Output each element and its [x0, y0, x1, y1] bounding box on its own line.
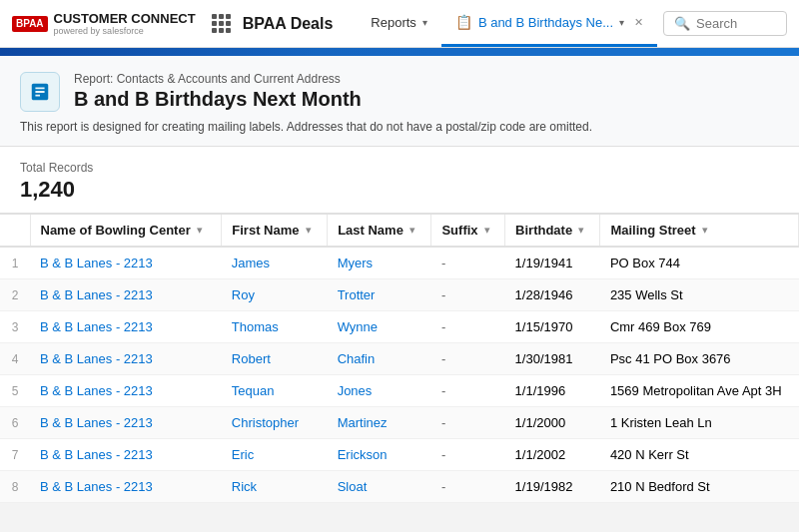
- cell-birthdate: 1/1/1996: [505, 375, 600, 407]
- col-row-num: [0, 214, 30, 247]
- col-last-name-label: Last Name: [338, 223, 403, 238]
- cell-row-num: 6: [0, 407, 30, 439]
- report-header: Report: Contacts & Accounts and Current …: [0, 56, 799, 147]
- col-last-name-filter-btn[interactable]: ▾: [407, 224, 417, 237]
- cell-row-num: 5: [0, 375, 30, 407]
- bowling-center-link[interactable]: B & B Lanes - 2213: [40, 479, 153, 494]
- first-name-link[interactable]: Roy: [232, 287, 255, 302]
- cell-birthdate: 1/28/1946: [505, 279, 600, 311]
- col-first-name-filter-btn[interactable]: ▾: [304, 224, 314, 237]
- first-name-link[interactable]: Christopher: [232, 415, 299, 430]
- cell-mailing-street: PO Box 744: [600, 247, 799, 279]
- cell-bowling-center: B & B Lanes - 2213: [30, 279, 222, 311]
- cell-birthdate: 1/15/1970: [505, 311, 600, 343]
- col-mailing-street-label: Mailing Street: [610, 223, 695, 238]
- col-bowling-center: Name of Bowling Center ▾: [30, 214, 222, 247]
- col-suffix-filter-btn[interactable]: ▾: [482, 224, 492, 237]
- cell-first-name: Rick: [222, 471, 328, 503]
- app-title: BPAA Deals: [243, 15, 334, 33]
- cell-birthdate: 1/19/1982: [505, 471, 600, 503]
- tab-reports-chevron-icon[interactable]: ▾: [422, 17, 427, 28]
- cell-first-name: Eric: [222, 439, 328, 471]
- col-bowling-center-filter-btn[interactable]: ▾: [195, 224, 205, 237]
- bowling-center-link[interactable]: B & B Lanes - 2213: [40, 415, 153, 430]
- cell-first-name: Tequan: [222, 375, 328, 407]
- cell-first-name: Roy: [222, 279, 328, 311]
- logo-area: BPAA CUSTOMER CONNECT powered by salesfo…: [12, 11, 196, 36]
- app-launcher-icon[interactable]: [212, 14, 231, 33]
- tab-bb-chevron-icon[interactable]: ▾: [619, 17, 624, 28]
- col-birthdate-filter-btn[interactable]: ▾: [576, 224, 586, 237]
- bowling-center-link[interactable]: B & B Lanes - 2213: [40, 447, 153, 462]
- first-name-link[interactable]: Eric: [232, 447, 254, 462]
- search-box[interactable]: 🔍: [663, 11, 787, 36]
- first-name-link[interactable]: Rick: [232, 479, 257, 494]
- cell-suffix: -: [431, 439, 505, 471]
- cell-last-name: Martinez: [328, 407, 431, 439]
- cell-row-num: 1: [0, 247, 30, 279]
- stats-value: 1,240: [20, 177, 779, 203]
- cell-last-name: Chafin: [328, 343, 431, 375]
- col-mailing-street: Mailing Street ▾: [600, 214, 799, 247]
- cell-last-name: Erickson: [328, 439, 431, 471]
- logo-line1: BPAA: [16, 18, 44, 30]
- bowling-center-link[interactable]: B & B Lanes - 2213: [40, 383, 153, 398]
- logo-customer-connect: CUSTOMER CONNECT: [54, 11, 196, 26]
- tab-bar: Reports ▾ 📋 B and B Birthdays Ne... ▾ ✕: [357, 0, 663, 47]
- last-name-link[interactable]: Jones: [338, 383, 373, 398]
- tab-bb-close-icon[interactable]: ✕: [634, 16, 643, 29]
- blue-banner: [0, 48, 799, 56]
- last-name-link[interactable]: Sloat: [338, 479, 368, 494]
- tab-bb-birthdays[interactable]: 📋 B and B Birthdays Ne... ▾ ✕: [441, 0, 657, 47]
- tab-reports-label: Reports: [371, 15, 416, 30]
- table-row: 1 B & B Lanes - 2213 James Myers - 1/19/…: [0, 247, 799, 279]
- col-suffix: Suffix ▾: [431, 214, 505, 247]
- last-name-link[interactable]: Trotter: [338, 287, 376, 302]
- last-name-link[interactable]: Erickson: [338, 447, 388, 462]
- cell-bowling-center: B & B Lanes - 2213: [30, 311, 222, 343]
- cell-row-num: 4: [0, 343, 30, 375]
- last-name-link[interactable]: Wynne: [338, 319, 378, 334]
- cell-last-name: Myers: [328, 247, 431, 279]
- report-title: B and B Birthdays Next Month: [74, 88, 362, 111]
- cell-bowling-center: B & B Lanes - 2213: [30, 407, 222, 439]
- first-name-link[interactable]: Robert: [232, 351, 271, 366]
- cell-first-name: Robert: [222, 343, 328, 375]
- first-name-link[interactable]: James: [232, 256, 270, 270]
- data-table: Name of Bowling Center ▾ First Name ▾ La…: [0, 213, 799, 503]
- bowling-center-link[interactable]: B & B Lanes - 2213: [40, 256, 153, 270]
- bowling-center-link[interactable]: B & B Lanes - 2213: [40, 319, 153, 334]
- cell-bowling-center: B & B Lanes - 2213: [30, 439, 222, 471]
- tab-bb-label: B and B Birthdays Ne...: [478, 15, 613, 30]
- col-last-name: Last Name ▾: [328, 214, 431, 247]
- cell-mailing-street: 1569 Metropolitan Ave Apt 3H: [600, 375, 799, 407]
- search-input[interactable]: [696, 16, 776, 31]
- top-navbar: BPAA CUSTOMER CONNECT powered by salesfo…: [0, 0, 799, 48]
- col-mailing-street-filter-btn[interactable]: ▾: [700, 224, 710, 237]
- cell-mailing-street: 1 Kristen Leah Ln: [600, 407, 799, 439]
- col-suffix-label: Suffix: [441, 223, 477, 238]
- last-name-link[interactable]: Chafin: [338, 351, 376, 366]
- first-name-link[interactable]: Tequan: [232, 383, 275, 398]
- last-name-link[interactable]: Myers: [338, 256, 373, 270]
- bowling-center-link[interactable]: B & B Lanes - 2213: [40, 287, 153, 302]
- table-row: 8 B & B Lanes - 2213 Rick Sloat - 1/19/1…: [0, 471, 799, 503]
- tab-bb-icon: 📋: [455, 14, 472, 30]
- report-sub-title: Report: Contacts & Accounts and Current …: [74, 72, 362, 86]
- col-first-name-label: First Name: [232, 223, 299, 238]
- cell-birthdate: 1/30/1981: [505, 343, 600, 375]
- logo-sub: powered by salesforce: [54, 26, 196, 36]
- stats-area: Total Records 1,240: [0, 147, 799, 213]
- cell-first-name: Thomas: [222, 311, 328, 343]
- cell-row-num: 7: [0, 439, 30, 471]
- bowling-center-link[interactable]: B & B Lanes - 2213: [40, 351, 153, 366]
- last-name-link[interactable]: Martinez: [338, 415, 388, 430]
- cell-row-num: 2: [0, 279, 30, 311]
- search-icon: 🔍: [674, 16, 690, 31]
- cell-last-name: Wynne: [328, 311, 431, 343]
- logo-box: BPAA: [12, 16, 48, 32]
- table-row: 5 B & B Lanes - 2213 Tequan Jones - 1/1/…: [0, 375, 799, 407]
- table-row: 3 B & B Lanes - 2213 Thomas Wynne - 1/15…: [0, 311, 799, 343]
- first-name-link[interactable]: Thomas: [232, 319, 279, 334]
- tab-reports[interactable]: Reports ▾: [357, 0, 441, 47]
